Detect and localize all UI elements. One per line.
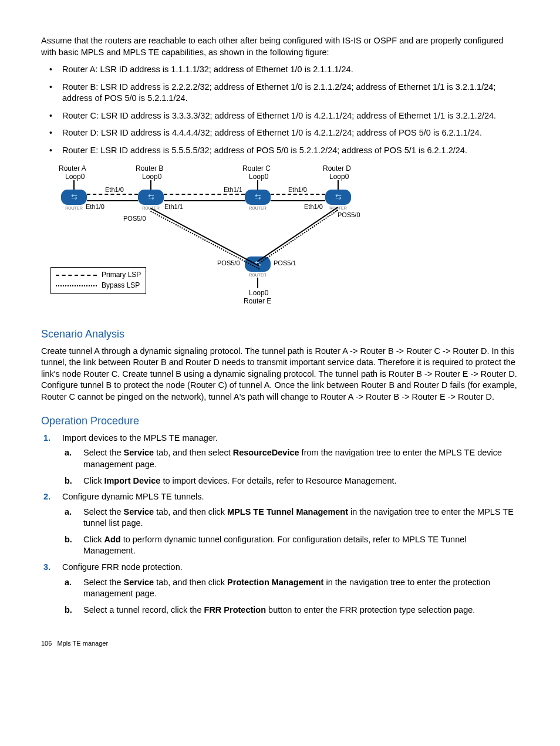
- label-pos51: POS5/1: [274, 259, 296, 268]
- label-eth11: Eth1/1: [164, 202, 183, 211]
- page-footer: 106 Mpls TE manager: [41, 639, 519, 648]
- substep-item: Select a tunnel record, click the FRR Pr…: [62, 605, 519, 616]
- label-loop0: Loop0: [249, 172, 268, 181]
- label-loop0: Loop0: [329, 172, 349, 181]
- legend-primary: Primary LSP: [102, 270, 141, 279]
- label-eth10: Eth1/0: [288, 185, 307, 194]
- intro-paragraph: Assume that the routers are reachable to…: [41, 35, 519, 58]
- router-icon: ROUTER: [245, 190, 271, 210]
- substep-item: Select the Service tab, and then click M…: [62, 507, 519, 529]
- substep-item: Click Add to perform dynamic tunnel conf…: [62, 534, 519, 557]
- label-router-e: Router E: [244, 296, 271, 306]
- legend-bypass: Bypass LSP: [102, 281, 140, 290]
- list-item: Router E: LSR ID address is 5.5.5.5/32; …: [41, 145, 519, 157]
- label-pos50: POS5/0: [123, 214, 146, 223]
- router-icon: ROUTER: [61, 190, 87, 210]
- scenario-heading: Scenario Analysis: [41, 327, 519, 341]
- label-loop0: Loop0: [142, 172, 161, 181]
- label-eth11: Eth1/1: [224, 185, 242, 194]
- router-icon: ROUTER: [325, 190, 351, 210]
- label-loop0: Loop0: [65, 172, 85, 181]
- label-eth10: Eth1/0: [86, 202, 104, 211]
- list-item: Router A: LSR ID address is 1.1.1.1/32; …: [41, 64, 519, 76]
- network-diagram: Router A Loop0 Router B Loop0 Router C L…: [46, 164, 363, 316]
- operation-heading: Operation Procedure: [41, 414, 519, 428]
- label-eth10: Eth1/0: [304, 202, 323, 211]
- scenario-text: Create tunnel A through a dynamic signal…: [41, 346, 519, 403]
- label-pos50: POS5/0: [217, 259, 240, 268]
- router-list: Router A: LSR ID address is 1.1.1.1/32; …: [41, 64, 519, 156]
- label-eth10: Eth1/0: [105, 185, 124, 194]
- step-item: Configure FRR node protection. Select th…: [41, 562, 519, 616]
- operation-steps: Import devices to the MPLS TE manager. S…: [41, 433, 519, 616]
- substep-item: Select the Service tab, and then click P…: [62, 577, 519, 600]
- step-item: Import devices to the MPLS TE manager. S…: [41, 433, 519, 487]
- list-item: Router C: LSR ID address is 3.3.3.3/32; …: [41, 110, 519, 122]
- label-pos50: POS5/0: [338, 211, 360, 220]
- list-item: Router B: LSR ID address is 2.2.2.2/32; …: [41, 82, 519, 104]
- substep-item: Select the Service tab, and then select …: [62, 447, 519, 470]
- substep-item: Click Import Device to import devices. F…: [62, 475, 519, 487]
- legend-box: Primary LSP Bypass LSP: [50, 267, 146, 294]
- router-icon: ROUTER: [138, 190, 164, 210]
- step-item: Configure dynamic MPLS TE tunnels. Selec…: [41, 491, 519, 557]
- list-item: Router D: LSR ID address is 4.4.4.4/32; …: [41, 127, 519, 139]
